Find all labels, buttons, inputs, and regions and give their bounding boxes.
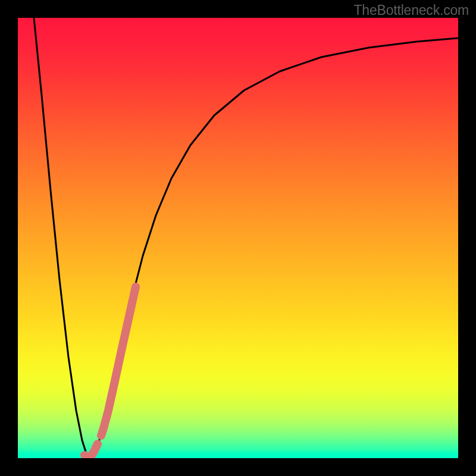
highlight-segment-upper <box>101 287 136 436</box>
plot-area <box>18 18 458 458</box>
curve-layer <box>18 18 458 458</box>
main-curve <box>33 18 458 457</box>
highlight-segment-lower <box>84 444 98 458</box>
watermark-text: TheBottleneck.com <box>354 2 469 18</box>
chart-frame: TheBottleneck.com <box>0 0 476 476</box>
